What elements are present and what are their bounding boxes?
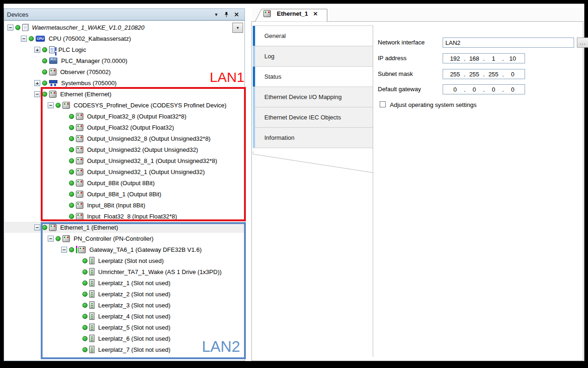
tree-item-output_8bit[interactable]: Output_8Bit (Output 8Bit) xyxy=(5,177,244,188)
devices-panel: Devices ▾ ✕ −Waermetauscher_1_WAKE_V1.0_… xyxy=(4,8,245,361)
adjust-os-checkbox[interactable] xyxy=(380,101,386,107)
tree-item-ethernet_1[interactable]: −Ethernet_1 (Ethernet) xyxy=(5,222,244,233)
cpu-icon: CPU xyxy=(36,36,45,42)
panel-close-button[interactable]: ✕ xyxy=(231,10,242,19)
expand-toggle[interactable]: + xyxy=(34,47,40,53)
network-interface-value: LAN2 xyxy=(445,39,461,46)
device-icon xyxy=(49,224,56,231)
octet-value: 255 xyxy=(486,71,501,78)
tree-item-leerplatz_4[interactable]: Leerplatz_4 (Slot not used) xyxy=(5,311,244,322)
collapse-toggle[interactable]: − xyxy=(7,25,13,31)
adjust-os-label: Adjust operating system settings xyxy=(390,101,476,108)
collapse-toggle[interactable]: − xyxy=(48,236,54,242)
collapse-toggle[interactable]: − xyxy=(34,225,40,231)
octet-value: 168 xyxy=(467,55,482,62)
tree-item-cpu[interactable]: −CPUCPU (705002_Kaltwassersatz) xyxy=(5,33,244,44)
tree-item-output_8bit_1[interactable]: Output_8Bit_1 (Output 8Bit) xyxy=(5,188,244,200)
tab-ethernet-device-iec-objects[interactable]: Ethernet Device IEC Objects xyxy=(253,107,373,128)
document-tab[interactable]: Ethernet_1 ✕ xyxy=(254,8,328,22)
tree-item-leerplatz_3[interactable]: Leerplatz_3 (Slot not used) xyxy=(5,299,244,311)
tree-item-label: Leerplatz (Slot not used) xyxy=(98,257,164,264)
device-icon xyxy=(63,235,70,242)
tree-item-label: Systembus (705000) xyxy=(61,80,117,87)
tree-item-leerplatz_6[interactable]: Leerplatz_6 (Slot not used) xyxy=(5,333,244,344)
slot-icon xyxy=(89,324,94,331)
panel-pin-icon[interactable] xyxy=(221,10,231,19)
gateway-marker-icon xyxy=(76,246,77,253)
tab-label: Information xyxy=(264,134,294,141)
status-dot-icon xyxy=(42,92,47,97)
document-tab-close-button[interactable]: ✕ xyxy=(313,11,318,17)
ip-address-input[interactable]: 192.168.1.10 xyxy=(443,53,525,63)
tree-combo-button[interactable]: ▼ xyxy=(232,23,243,33)
tab-log[interactable]: Log xyxy=(253,46,373,67)
tree-item-label: Umrichter_TA7_1_Wake (AS 1 Drive (1x3PD)… xyxy=(98,268,222,275)
device-icon xyxy=(76,168,83,175)
tree-item-leerplatz_5[interactable]: Leerplatz_5 (Slot not used) xyxy=(5,322,244,333)
tree-item-waermetauscher_1_wake_v10_210820[interactable]: −Waermetauscher_1_WAKE_V1.0_210820 xyxy=(5,22,244,33)
status-dot-icon xyxy=(42,47,47,52)
panel-dropdown-button[interactable]: ▾ xyxy=(211,10,221,19)
collapse-toggle[interactable]: − xyxy=(21,36,27,42)
tree-item-label: Input_8Bit (Input 8Bit) xyxy=(87,202,145,209)
tab-status[interactable]: Status xyxy=(253,67,373,87)
tree-item-label: Leerplatz_1 (Slot not used) xyxy=(98,280,170,287)
octet-value: 0 xyxy=(486,86,501,93)
tree-item-label: Output_Float32 (Output Float32) xyxy=(87,124,174,131)
status-dot-icon xyxy=(15,25,20,30)
status-dot-icon xyxy=(69,136,74,141)
tree-item-leerplatz_2[interactable]: Leerplatz_2 (Slot not used) xyxy=(5,288,244,299)
default-gateway-input[interactable]: 0.0.0.0 xyxy=(443,84,525,94)
status-dot-icon xyxy=(82,258,88,263)
network-interface-label: Network interface xyxy=(378,39,425,46)
tab-information[interactable]: Information xyxy=(253,128,373,148)
tree-item-label: Leerplatz_5 (Slot not used) xyxy=(98,324,170,331)
tree-item-umrichter_ta7_1_wake[interactable]: Umrichter_TA7_1_Wake (AS 1 Drive (1x3PD)… xyxy=(5,266,244,277)
collapse-toggle[interactable]: − xyxy=(48,102,54,108)
tree-item-input_8bit[interactable]: Input_8Bit (Input 8Bit) xyxy=(5,200,244,211)
slot-icon xyxy=(89,301,94,309)
octet-separator: . xyxy=(463,71,467,78)
tree-item-codesys_profinet_device[interactable]: −CODESYS_Profinet_Device (CODESYS Profin… xyxy=(5,100,244,111)
app-window: Devices ▾ ✕ −Waermetauscher_1_WAKE_V1.0_… xyxy=(4,4,584,361)
tab-general[interactable]: General xyxy=(253,26,373,46)
tree-item-label: Ethernet (Ethernet) xyxy=(60,91,112,98)
octet-value: 255 xyxy=(467,71,482,78)
network-interface-input[interactable]: LAN2 xyxy=(443,37,574,48)
octet-value: 10 xyxy=(506,55,520,62)
slot-icon xyxy=(89,257,94,264)
tree-item-output_float32[interactable]: Output_Float32 (Output Float32) xyxy=(5,122,244,133)
tree-item-label: Ethernet_1 (Ethernet) xyxy=(60,224,118,231)
tree-item-leerplatz[interactable]: Leerplatz (Slot not used) xyxy=(5,255,244,266)
browse-button[interactable]: ... xyxy=(577,37,588,48)
status-dot-icon xyxy=(82,336,88,341)
device-icon xyxy=(76,202,83,209)
status-dot-icon xyxy=(82,303,88,308)
status-dot-icon xyxy=(29,36,34,41)
collapse-toggle[interactable]: − xyxy=(34,91,40,97)
tree-item-output_unsigned32_8_1[interactable]: Output_Unsigned32_8_1 (Output Unsigned32… xyxy=(5,155,244,166)
tree-item-gateway_ta6_1[interactable]: −Gateway_TA6_1 (Gateway DFE32B V1.6) xyxy=(5,244,244,255)
collapse-toggle[interactable]: − xyxy=(61,247,67,253)
tree-item-plc_manager[interactable]: PLCPLC_Manager (70.0000) xyxy=(5,55,244,66)
tree-item-input_float32_8[interactable]: Input_Float32_8 (Input Float32*8) xyxy=(5,211,244,222)
tab-label: Status xyxy=(264,73,281,80)
tree-item-pn_controller[interactable]: −PN_Controller (PN-Controller) xyxy=(5,233,244,244)
subnet-mask-label: Subnet mask xyxy=(378,70,413,77)
tree-item-output_float32_8[interactable]: Output_Float32_8 (Output Float32*8) xyxy=(5,111,244,122)
tree-item-leerplatz_7[interactable]: Leerplatz_7 (Slot not used) xyxy=(5,344,244,355)
tree-item-leerplatz_1[interactable]: Leerplatz_1 (Slot not used) xyxy=(5,277,244,288)
tree-item-observer[interactable]: Observer (705002) xyxy=(5,66,244,77)
tree-item-ethernet[interactable]: −Ethernet (Ethernet) xyxy=(5,88,244,100)
octet-value: 0 xyxy=(506,71,520,78)
tree-item-systembus[interactable]: +Systembus (705000) xyxy=(5,77,244,88)
tree-item-label: Leerplatz_3 (Slot not used) xyxy=(98,302,170,309)
tree-item-plc[interactable]: +PLC Logic xyxy=(5,44,244,55)
tree-item-output_unsigned32_8[interactable]: Output_Unsigned32_8 (Output Unsigned32*8… xyxy=(5,133,244,144)
subnet-mask-input[interactable]: 255.255.255.0 xyxy=(443,69,525,79)
tree-item-output_unsigned32[interactable]: Output_Unsigned32 (Output Unsigned32) xyxy=(5,144,244,155)
tab-ethernet-device-i-o-mapping[interactable]: Ethernet Device I/O Mapping xyxy=(253,87,373,107)
device-icon xyxy=(76,180,83,187)
tree-item-output_unsigned32_1[interactable]: Output_Unsigned32_1 (Output Unsigned32) xyxy=(5,166,244,177)
expand-toggle[interactable]: + xyxy=(34,80,40,86)
